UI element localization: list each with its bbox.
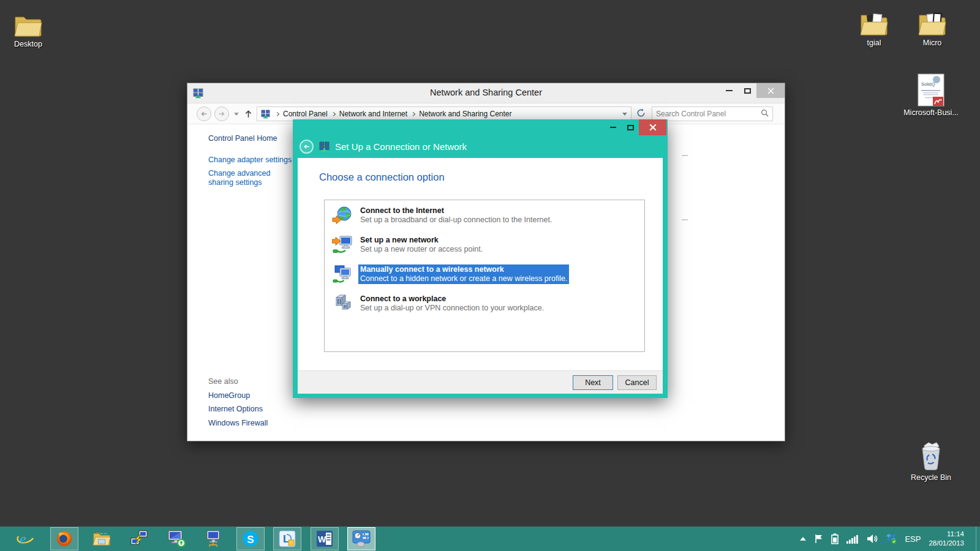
dialog-maximize-button[interactable] [622, 119, 639, 135]
sidebar-item-windows-firewall[interactable]: Windows Firewall [208, 419, 268, 428]
address-dropdown-caret-icon[interactable] [622, 113, 627, 116]
option-manually-connect-wireless[interactable]: Manually connect to a wireless network C… [332, 264, 569, 287]
taskbar-app-lync[interactable]: L [273, 527, 301, 550]
breadcrumb-network-and-internet[interactable]: Network and Internet [338, 110, 409, 118]
wizard-network-icon [319, 141, 330, 152]
skype-icon: S [241, 530, 260, 548]
sidebar-item-homegroup[interactable]: HomeGroup [208, 391, 250, 400]
folder-with-documents-icon [918, 5, 947, 37]
window-title: Network and Sharing Center [187, 88, 785, 97]
desktop-icon-pdf-document[interactable]: SolidQ Microsoft-Busi... [902, 75, 960, 117]
setup-connection-dialog: Set Up a Connection or Network Choose a … [293, 119, 668, 398]
monitor-arrow-icon [332, 235, 353, 257]
desktop-icon-micro[interactable]: Micro [903, 5, 962, 47]
option-connect-to-workplace[interactable]: Connect to a workplace Set up a dial-up … [332, 294, 546, 316]
svg-text:W: W [318, 534, 326, 544]
dialog-controls [605, 119, 666, 135]
search-icon[interactable] [761, 108, 769, 119]
control-panel-icon [352, 530, 371, 548]
action-center-button[interactable] [815, 534, 823, 544]
dialog-footer: Next Cancel [298, 370, 663, 394]
up-button[interactable] [244, 109, 253, 121]
sidebar-item-internet-options[interactable]: Internet Options [208, 405, 263, 414]
refresh-button[interactable] [636, 108, 646, 121]
battery-icon [831, 533, 839, 544]
option-connect-to-internet[interactable]: Connect to the Internet Set up a broadba… [332, 206, 554, 228]
close-button[interactable] [756, 83, 785, 98]
search-input[interactable] [652, 110, 761, 118]
option-description: Set up a dial-up or VPN connection to yo… [360, 304, 544, 313]
desktop-icon-recycle-bin[interactable]: Recycle Bin [902, 440, 960, 482]
dialog-close-button[interactable] [639, 119, 666, 135]
taskbar: e [0, 527, 980, 551]
breadcrumb-separator-icon [411, 111, 415, 116]
desktop-icon-tgial[interactable]: tgial [845, 5, 903, 47]
taskbar-app-remote-link[interactable] [125, 527, 153, 550]
folder-icon [13, 6, 43, 38]
maximize-icon [627, 125, 634, 130]
next-button[interactable]: Next [573, 375, 613, 390]
up-arrow-icon [244, 109, 253, 119]
desktop-icon-desktop[interactable]: Desktop [0, 6, 58, 48]
remote-desktop-icon [167, 530, 186, 548]
close-icon [649, 124, 657, 131]
network-signal-indicator[interactable] [846, 534, 859, 544]
option-description: Set up a broadband or dial-up connection… [360, 216, 552, 225]
window-titlebar[interactable]: Network and Sharing Center [187, 83, 785, 103]
connection-options-list: Connect to the Internet Set up a broadba… [324, 200, 645, 352]
option-description: Set up a new router or access point. [360, 245, 483, 254]
internet-explorer-icon: e [17, 530, 35, 548]
desktop-icon-label: Micro [923, 39, 942, 47]
see-also-header: See also [208, 377, 238, 386]
option-title: Manually connect to a wireless network [360, 265, 567, 274]
search-box [652, 107, 773, 121]
back-button[interactable] [197, 107, 211, 121]
show-desktop-button[interactable] [976, 527, 980, 551]
volume-button[interactable] [867, 534, 878, 544]
desktop: Desktop tgial Micro [0, 0, 980, 551]
cancel-button[interactable]: Cancel [617, 375, 657, 390]
recent-pages-caret-icon[interactable] [234, 113, 239, 116]
taskbar-app-skype[interactable]: S [236, 527, 265, 550]
clock-time: 11:14 [929, 530, 964, 539]
taskbar-app-remote-desktop[interactable] [162, 527, 190, 550]
maximize-icon [744, 88, 751, 94]
globe-arrow-icon [332, 206, 353, 228]
network-center-icon [261, 110, 270, 119]
dropbox-tray-icon[interactable] [886, 533, 897, 544]
show-hidden-icons-button[interactable] [799, 536, 807, 541]
language-indicator[interactable]: ESP [905, 534, 921, 544]
dialog-body: Choose a connection option Connect to th… [298, 158, 663, 370]
content-divider-line [682, 155, 688, 156]
sidebar-item-change-adapter-settings[interactable]: Change adapter settings [208, 156, 292, 165]
svg-text:e: e [20, 531, 26, 547]
taskbar-app-network-computer[interactable] [199, 527, 227, 550]
clock[interactable]: 11:14 28/01/2013 [929, 530, 964, 548]
forward-arrow-icon [217, 110, 226, 118]
breadcrumb-separator-icon [331, 111, 336, 116]
breadcrumb-control-panel[interactable]: Control Panel [282, 110, 329, 118]
battery-indicator[interactable] [831, 533, 839, 544]
sidebar-item-control-panel-home[interactable]: Control Panel Home [208, 134, 277, 143]
taskbar-app-control-panel[interactable] [347, 527, 375, 550]
file-explorer-icon [92, 531, 111, 547]
minimize-icon [726, 90, 733, 91]
network-computer-icon [204, 530, 222, 548]
breadcrumb-separator-icon [275, 111, 279, 116]
breadcrumb-network-sharing-center[interactable]: Network and Sharing Center [418, 110, 513, 118]
close-icon [767, 88, 774, 94]
taskbar-app-word[interactable]: W [311, 527, 339, 550]
taskbar-app-internet-explorer[interactable]: e [12, 527, 40, 550]
taskbar-app-firefox[interactable] [50, 527, 78, 550]
minimize-button[interactable] [720, 83, 738, 98]
desktop-icon-label: Recycle Bin [911, 473, 951, 482]
signal-bars-icon [846, 534, 859, 544]
clock-date: 28/01/2013 [929, 539, 964, 548]
sidebar-item-change-advanced-sharing[interactable]: Change advanced sharing settings [208, 169, 297, 187]
dialog-back-button[interactable] [300, 140, 314, 154]
maximize-button[interactable] [738, 83, 756, 98]
option-set-up-new-network[interactable]: Set up a new network Set up a new router… [332, 235, 484, 257]
forward-button[interactable] [214, 107, 229, 121]
taskbar-app-file-explorer[interactable] [88, 527, 116, 550]
dialog-minimize-button[interactable] [605, 119, 622, 135]
